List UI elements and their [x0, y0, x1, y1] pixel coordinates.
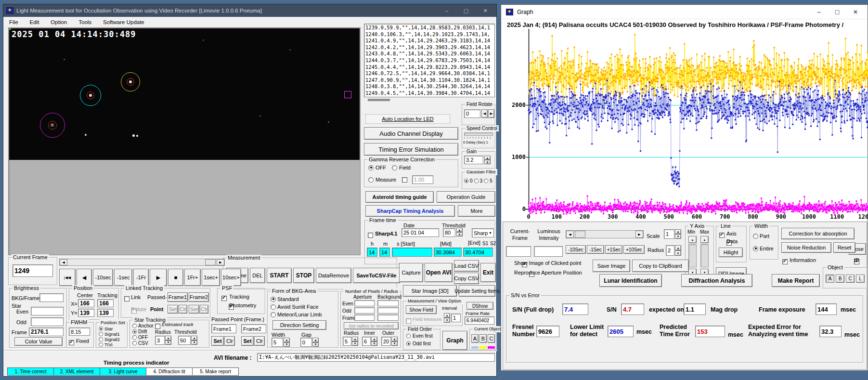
ymax-up-button[interactable]: ▲ [700, 236, 709, 243]
bkg-sunlit-radio[interactable] [271, 304, 276, 310]
minus-1sec-button[interactable]: -1sec [114, 269, 132, 286]
sharpcap-timing-analysis-button[interactable]: SharpCap Timing Analysis [365, 205, 455, 217]
field-rotate-right-button[interactable]: ▶ [488, 109, 494, 118]
data-remove-button[interactable]: DataRemove [316, 268, 351, 283]
noise-reduction-button[interactable]: Noise Reduction [781, 242, 831, 253]
graph-button[interactable]: Graph [442, 331, 467, 350]
bkg-frame-field[interactable] [39, 293, 64, 302]
ymax-shaft[interactable] [700, 244, 709, 267]
psf-tracking-checkbox[interactable] [221, 296, 227, 301]
del-button[interactable]: DEL [250, 268, 265, 283]
star-image-3d-button[interactable]: Star Image [3D] [403, 285, 457, 297]
link-checkbox[interactable] [124, 296, 130, 301]
interval-value[interactable]: 1 [451, 314, 461, 322]
star-even-field[interactable] [31, 307, 64, 315]
tab-xml-element[interactable]: 2. XML element [53, 367, 100, 376]
audio-channel-display-button[interactable]: Audio Channel Display [364, 127, 458, 140]
fwhm-fixed-checkbox[interactable] [69, 340, 74, 345]
dshow-button[interactable]: DShow [466, 302, 493, 310]
odd-first-radio[interactable] [406, 341, 411, 346]
track-radius-spinner[interactable]: ▲▼ [165, 336, 171, 345]
inner-spinner[interactable]: ▲▼ [371, 337, 377, 346]
correction-absorption-button[interactable]: Correction for absorption [781, 228, 855, 239]
field-rotate-value[interactable]: 0 [464, 109, 480, 118]
stop-button[interactable]: STOP [293, 268, 314, 283]
current-frame-input[interactable] [506, 246, 531, 257]
object-b-button[interactable]: B [836, 275, 844, 283]
plus-1sec-button[interactable]: 1sec+ [202, 269, 220, 286]
object-a-button[interactable]: A [826, 275, 834, 283]
tab-make-report[interactable]: 5. Make report [192, 367, 239, 376]
exit-button[interactable]: Exit [480, 263, 496, 282]
minus-1sec-button[interactable]: -1Sec [587, 245, 604, 254]
estimated-track-checkbox[interactable] [155, 324, 160, 329]
more-button[interactable]: More [458, 205, 495, 217]
color-value-button[interactable]: Color Value [14, 337, 63, 346]
background-even-field[interactable] [377, 300, 399, 306]
timing-error-simulation-button[interactable]: Timing Error Simulation [364, 143, 458, 156]
play-button[interactable]: ▶ [150, 269, 167, 286]
field-rotate-left-button[interactable]: ◀ [481, 109, 488, 118]
close-icon[interactable]: ✕ [848, 6, 863, 18]
passed-clr1-button[interactable]: Clr [224, 336, 235, 346]
load-csv-button[interactable]: Load CSV [454, 260, 479, 272]
measurement-data-list[interactable]: 1239.0,59.9,"",14,14,28.9583,29.0303,14,… [364, 24, 495, 97]
outer-spinner[interactable]: ▲▼ [391, 337, 398, 346]
frame-rate-value[interactable]: 6.9440402 [465, 316, 494, 325]
bkg-gap-spinner[interactable]: ▲▼ [312, 338, 319, 347]
current-frame-value[interactable]: 1249 [13, 264, 53, 277]
scale-spinner[interactable]: ▲▼ [675, 229, 681, 239]
start-button[interactable]: START [267, 268, 292, 283]
plus-1sec-button[interactable]: +1Sec [605, 245, 622, 254]
tab-diffraction[interactable]: 4. Diffraction tit [146, 367, 193, 376]
capture-button[interactable]: Capture [399, 263, 423, 282]
diffraction-analysis-button[interactable]: Diffraction Analysis [681, 274, 752, 287]
plus-10sec-button[interactable]: +10Sec [623, 245, 645, 254]
gain-value[interactable]: 3.2 [464, 156, 483, 164]
selection-square-marker[interactable] [344, 91, 351, 98]
object-l-button[interactable]: L [856, 275, 865, 283]
bkg-width-value[interactable]: 5 [272, 338, 283, 347]
graph-titlebar[interactable]: Graph – ▢ ✕ [501, 5, 868, 19]
information-checkbox[interactable] [782, 259, 788, 264]
track-drift-radio[interactable] [132, 329, 137, 334]
ymin-shaft[interactable] [688, 244, 697, 267]
minus-10sec-button[interactable]: -10Sec [566, 245, 586, 254]
tab-time-correct[interactable]: 1. Time correct [7, 367, 54, 376]
graph-radius-value[interactable]: 2 [666, 245, 674, 256]
update-setting-items-button[interactable]: Update Setting Items [459, 285, 495, 297]
gauss-3-radio[interactable] [474, 179, 478, 183]
plus-1frame-button[interactable]: 1Fr+ [184, 269, 201, 286]
time-start-field[interactable] [392, 248, 432, 257]
make-report-button[interactable]: Make Report [772, 274, 820, 287]
threshold-spinner[interactable]: ▲▼ [456, 228, 463, 236]
close-button[interactable]: ✕ [477, 6, 493, 15]
track-radius-value[interactable]: 3 [155, 336, 165, 345]
graph-scrollbar[interactable]: ◀ ▶ [566, 230, 644, 238]
bkg-standard-radio[interactable] [271, 297, 276, 302]
graph-radius-spinner[interactable]: ▲▼ [675, 245, 681, 256]
copy-clipboard-button[interactable]: Copy to ClipBoard [632, 260, 689, 272]
scroll-thumb[interactable] [205, 259, 216, 265]
fwhm-value[interactable]: 8.15 [69, 328, 90, 336]
maximize-button[interactable]: ▢ [830, 6, 844, 18]
aperture-frame-field[interactable] [354, 314, 375, 321]
posset-tivi-radio[interactable] [99, 342, 103, 347]
lunar-identification-button[interactable]: Lunar Identification [599, 274, 662, 287]
ymin-up-button[interactable]: ▲ [688, 236, 697, 243]
time-h-field[interactable]: 14 [367, 248, 377, 257]
inner-value[interactable]: 6 [362, 337, 371, 346]
time-mid-field[interactable]: 30.3984 [434, 248, 462, 257]
interval-spinner[interactable]: ▲▼ [444, 313, 450, 323]
aperture-odd-field[interactable] [354, 307, 375, 314]
linked-set1-button[interactable]: Set [168, 305, 178, 314]
main-titlebar[interactable]: Light Measurement tool for Occultation O… [3, 4, 496, 17]
menu-tools[interactable]: Tools [73, 19, 97, 25]
minimize-button[interactable]: – [439, 6, 455, 15]
track-threshold-value[interactable]: 50 [178, 336, 191, 345]
copy-csv-button[interactable]: Copy CSV [454, 273, 479, 284]
tab-light-curve[interactable]: 3. Light curve [100, 367, 146, 376]
tracking-y-field[interactable]: 139 [97, 309, 114, 317]
object-a-button[interactable]: A [471, 334, 479, 343]
object-c-button[interactable]: C [846, 275, 855, 283]
